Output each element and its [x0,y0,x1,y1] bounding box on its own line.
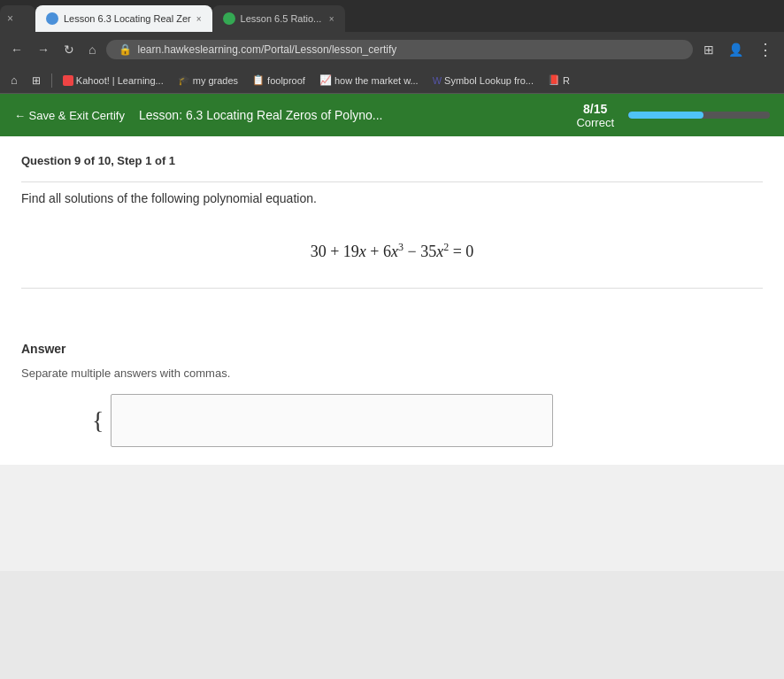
tab-favicon-lesson63 [46,12,58,25]
tab-lesson-65[interactable]: Lesson 6.5 Ratio... × [212,5,345,32]
score-progress-row: 8/15 Correct [576,102,770,129]
home-icon: ⌂ [11,73,18,87]
kahoot-icon [63,75,73,86]
mygrades-icon: 🎓 [178,74,190,86]
symbol-lookup-icon: W [433,75,442,86]
market-icon: 📈 [319,74,332,86]
address-bar-row: ← → ↻ ⌂ 🔒 learn.hawkeslearning.com/Porta… [0,32,784,67]
apps-icon: ⊞ [32,74,41,87]
score-box: 8/15 Correct [576,102,614,129]
menu-icon[interactable]: ⋮ [754,38,777,61]
bookmark-home[interactable]: ⌂ [7,72,21,89]
progress-bar-container [628,112,770,119]
answer-section: Answer Separate multiple answers with co… [0,324,784,465]
close-icon[interactable]: × [7,12,13,25]
bookmark-apps[interactable]: ⊞ [28,73,44,89]
bookmark-r[interactable]: 📕 R [544,73,573,88]
foolproof-icon: 📋 [252,74,265,86]
bookmark-mygrades-label: my grades [193,75,238,86]
back-button[interactable]: ← [7,41,27,58]
home-button[interactable]: ⌂ [85,41,99,58]
bookmark-foolproof-label: foolproof [267,75,305,86]
browser-chrome: × Lesson 6.3 Locating Real Zer × Lesson … [0,0,784,94]
question-text: Find all solutions of the following poly… [21,191,763,205]
score-number: 8/15 [583,102,607,116]
address-bar[interactable]: 🔒 learn.hawkeslearning.com/Portal/Lesson… [106,40,693,59]
extensions-icon[interactable]: ⊞ [700,41,718,58]
r-icon: 📕 [548,74,560,86]
lesson-header-left: ← Save & Exit Certify Lesson: 6.3 Locati… [14,108,382,122]
question-content: Find all solutions of the following poly… [21,181,763,289]
answer-instruction: Separate multiple answers with commas. [21,367,763,380]
bottom-space [0,465,784,571]
bookmark-kahoot[interactable]: Kahoot! | Learning... [59,73,167,88]
bookmark-r-label: R [563,75,570,86]
answer-input-row: { [92,394,763,447]
tab-title-lesson63: Lesson 6.3 Locating Real Zer [64,13,191,24]
tab-close-lesson65[interactable]: × [329,14,334,24]
answer-label: Answer [21,342,763,356]
save-exit-label: ← Save & Exit Certify [14,109,125,122]
score-label: Correct [576,116,614,129]
lesson-title: Lesson: 6.3 Locating Real Zeros of Polyn… [139,108,383,122]
tab-close-lesson63[interactable]: × [196,14,202,24]
question-container: Question 9 of 10, Step 1 of 1 Find all s… [0,136,784,324]
tab-title-lesson65: Lesson 6.5 Ratio... [241,13,324,24]
brace-symbol: { [92,406,104,435]
bookmark-symbol-label: Symbol Lookup fro... [444,75,534,86]
answer-input-box[interactable] [111,394,553,447]
tab-favicon-lesson65 [223,12,235,25]
bookmark-market-label: how the market w... [334,75,419,86]
bookmark-foolproof[interactable]: 📋 foolproof [249,73,309,88]
secure-icon: 🔒 [119,43,132,56]
address-text: learn.hawkeslearning.com/Portal/Lesson/l… [137,43,396,56]
tab-bar: × Lesson 6.3 Locating Real Zer × Lesson … [0,0,784,32]
bookmarks-divider [51,73,52,88]
bookmark-kahoot-label: Kahoot! | Learning... [76,75,164,86]
progress-bar-fill [628,112,703,119]
main-content: ← Save & Exit Certify Lesson: 6.3 Locati… [0,94,784,571]
bookmark-symbol-lookup[interactable]: W Symbol Lookup fro... [429,73,537,88]
bookmark-market[interactable]: 📈 how the market w... [316,73,422,88]
save-exit-button[interactable]: ← Save & Exit Certify [14,109,125,122]
bookmark-mygrades[interactable]: 🎓 my grades [174,73,242,88]
profile-icon[interactable]: 👤 [725,41,747,58]
refresh-button[interactable]: ↻ [60,41,78,58]
math-equation: 30 + 19x + 6x3 − 35x2 = 0 [21,223,763,279]
bookmarks-bar: ⌂ ⊞ Kahoot! | Learning... 🎓 my grades 📋 … [0,67,784,94]
tab-close-inactive-area[interactable]: × [0,5,35,32]
forward-button[interactable]: → [34,41,53,58]
tab-lesson-63[interactable]: Lesson 6.3 Locating Real Zer × [35,5,212,32]
lesson-header: ← Save & Exit Certify Lesson: 6.3 Locati… [0,94,784,136]
question-meta: Question 9 of 10, Step 1 of 1 [21,154,763,167]
